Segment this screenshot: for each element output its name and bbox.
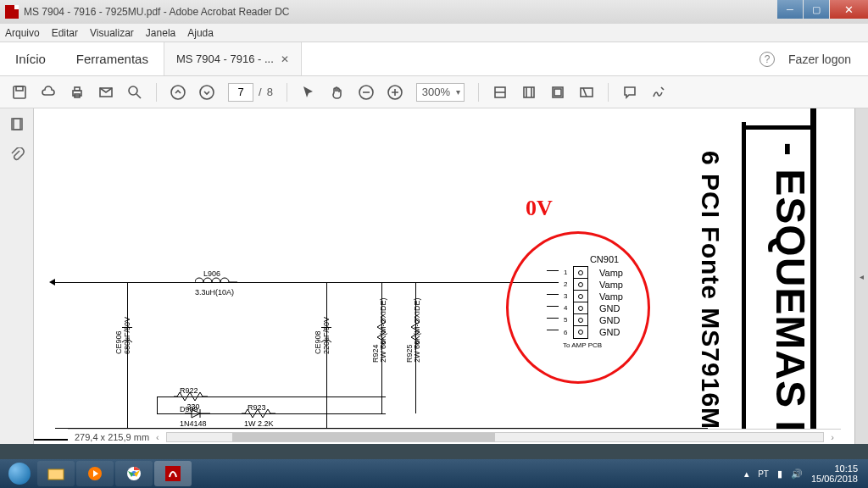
document-tab-label: MS 7904 - 7916 - ...: [176, 53, 274, 65]
menu-window[interactable]: Janela: [146, 27, 175, 39]
left-rail: [0, 108, 34, 444]
schematic-title-2: 6 PCI Fonte MS7916M: [696, 151, 725, 430]
window-close-button[interactable]: ✕: [830, 0, 868, 19]
svg-point-8: [200, 86, 214, 99]
zoom-select[interactable]: 300%: [416, 83, 465, 102]
tray-show-hidden-icon[interactable]: ▴: [744, 469, 749, 480]
bottom-left-text: DELO: [39, 443, 70, 444]
separator: [608, 83, 609, 102]
page-number-box: / 8: [228, 83, 273, 102]
comment-icon[interactable]: [622, 85, 637, 100]
taskbar-chrome-icon[interactable]: [115, 461, 153, 486]
svg-rect-22: [165, 466, 181, 481]
pdf-page[interactable]: - ESQUEMAS ELÉT 6 PCI Fonte MS7916M L906…: [34, 108, 854, 444]
document-area: - ESQUEMAS ELÉT 6 PCI Fonte MS7916M L906…: [0, 108, 868, 444]
top-nav: Início Ferramentas MS 7904 - 7916 - ... …: [0, 42, 868, 76]
zoom-value: 300%: [422, 86, 450, 98]
separator: [156, 83, 157, 102]
svg-rect-14: [554, 89, 561, 96]
pdf-file-icon: [5, 5, 19, 19]
tray-network-icon[interactable]: ▮: [777, 469, 782, 480]
annotation-text: 0V: [526, 196, 553, 221]
svg-rect-1: [16, 86, 23, 91]
windows-taskbar: ▴ PT ▮ 🔊 10:15 15/06/2018: [0, 459, 868, 488]
zoom-out-icon[interactable]: [359, 85, 374, 100]
hand-icon[interactable]: [330, 85, 345, 100]
chevron-right-icon[interactable]: ›: [831, 432, 834, 442]
arrow-icon: [49, 279, 55, 286]
wire: [55, 282, 555, 283]
chevron-left-icon[interactable]: ‹: [156, 432, 159, 442]
page-border: [742, 122, 746, 444]
save-icon[interactable]: [12, 85, 27, 100]
svg-point-6: [129, 86, 137, 95]
sign-icon[interactable]: [651, 85, 666, 100]
fit-page-icon[interactable]: [521, 85, 537, 100]
page-dimensions: 279,4 x 215,9 mm: [75, 432, 149, 442]
tray-date: 15/06/2018: [811, 474, 858, 484]
toolbar: / 8 300%: [0, 76, 868, 108]
help-icon[interactable]: ?: [760, 52, 775, 67]
separator: [287, 83, 287, 102]
r923-val: 1W 2.2K: [244, 419, 274, 428]
annotation-circle: [506, 231, 650, 384]
document-tab[interactable]: MS 7904 - 7916 - ... ✕: [164, 42, 302, 75]
mail-icon[interactable]: [98, 85, 114, 100]
nav-tools[interactable]: Ferramentas: [61, 42, 164, 75]
resistor-r924: [376, 316, 387, 350]
tray-time: 10:15: [811, 463, 858, 474]
attachments-icon[interactable]: [9, 147, 25, 166]
page-sep: /: [259, 86, 262, 98]
wire: [326, 282, 327, 428]
tray-clock[interactable]: 10:15 15/06/2018: [811, 463, 858, 484]
nav-home[interactable]: Início: [0, 42, 61, 75]
d909-val: 1N4148: [180, 419, 207, 428]
page-down-icon[interactable]: [199, 85, 214, 100]
cap-ce908: [321, 327, 331, 347]
search-icon[interactable]: [127, 85, 142, 100]
taskbar-acrobat-icon[interactable]: [154, 461, 192, 486]
resistor-r923: [242, 408, 275, 419]
wire: [127, 282, 128, 428]
schematic-title-1: - ESQUEMAS ELÉT: [767, 142, 814, 444]
page-current-input[interactable]: [228, 83, 253, 102]
taskbar-mediaplayer-icon[interactable]: [76, 461, 114, 486]
separator: [478, 83, 479, 102]
window-minimize-button[interactable]: ─: [777, 0, 803, 19]
fit-width-icon[interactable]: [492, 85, 508, 100]
page-up-icon[interactable]: [170, 85, 186, 100]
thumbnails-icon[interactable]: [9, 117, 25, 136]
system-tray: ▴ PT ▮ 🔊 10:15 15/06/2018: [744, 463, 865, 484]
page-border: [742, 125, 816, 130]
cloud-icon[interactable]: [41, 85, 56, 100]
taskbar-explorer-icon[interactable]: [37, 461, 75, 486]
start-button[interactable]: [3, 461, 36, 486]
inductor-l906: [195, 282, 237, 283]
menubar: Arquivo Editar Visualizar Janela Ajuda: [0, 24, 868, 42]
menu-file[interactable]: Arquivo: [5, 27, 40, 39]
tray-lang[interactable]: PT: [758, 469, 769, 479]
l906-ref: L906: [203, 269, 220, 278]
tray-volume-icon[interactable]: 🔊: [791, 469, 803, 480]
svg-rect-18: [48, 469, 64, 480]
menu-view[interactable]: Visualizar: [90, 27, 134, 39]
menu-help[interactable]: Ajuda: [187, 27, 214, 39]
menu-edit[interactable]: Editar: [52, 27, 78, 39]
wire: [157, 396, 158, 413]
view-mode-icon[interactable]: [550, 85, 565, 100]
svg-rect-3: [75, 87, 80, 91]
read-mode-icon[interactable]: [579, 85, 594, 100]
close-tab-icon[interactable]: ✕: [281, 53, 289, 65]
window-title: MS 7904 - 7916 - 7925MU.pdf - Adobe Acro…: [24, 6, 290, 18]
pointer-icon[interactable]: [301, 85, 316, 100]
diode-d909: [185, 408, 210, 419]
page-total: 8: [267, 86, 273, 98]
zoom-in-icon[interactable]: [387, 85, 403, 100]
login-link[interactable]: Fazer logon: [788, 53, 851, 66]
print-icon[interactable]: [70, 85, 85, 100]
window-maximize-button[interactable]: ▢: [804, 0, 829, 19]
horizontal-scrollbar[interactable]: [166, 432, 825, 442]
tools-pane-toggle[interactable]: ◂: [854, 108, 868, 444]
svg-rect-12: [524, 87, 534, 97]
svg-rect-0: [14, 86, 25, 98]
